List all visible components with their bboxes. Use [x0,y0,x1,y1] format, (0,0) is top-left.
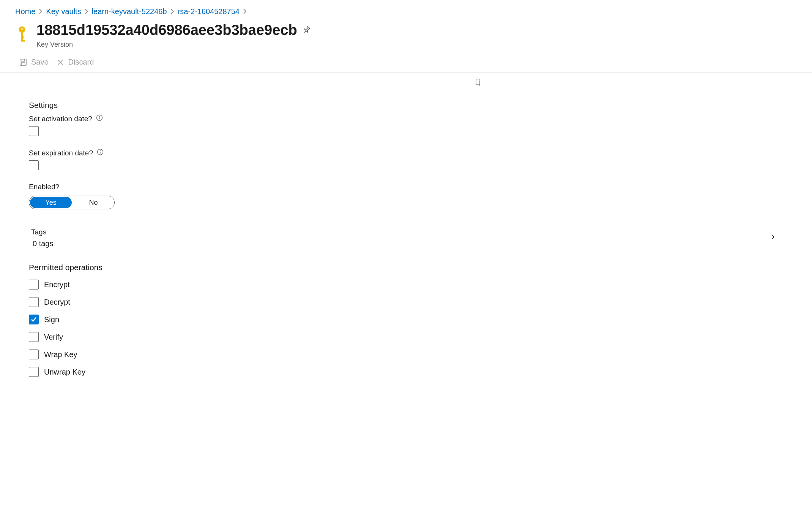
permitted-heading: Permitted operations [29,263,779,272]
chevron-right-icon [242,8,248,14]
enabled-toggle[interactable]: Yes No [29,196,115,209]
chevron-right-icon [84,8,90,14]
discard-button[interactable]: Discard [56,58,94,66]
operation-checkbox-unwrap-key[interactable] [29,367,39,377]
operation-row: Wrap Key [29,350,779,359]
operation-row: Encrypt [29,280,779,289]
settings-heading: Settings [29,101,779,110]
operation-row: Unwrap Key [29,367,779,377]
expiration-label: Set expiration date? [29,149,93,157]
enabled-no[interactable]: No [73,196,114,209]
info-icon[interactable] [97,149,104,157]
svg-point-13 [100,150,101,151]
pin-button[interactable] [303,25,311,35]
svg-rect-5 [20,59,27,65]
operation-label: Decrypt [44,298,70,307]
page-subtitle: Key Version [36,41,311,49]
operation-label: Encrypt [44,280,70,289]
operation-row: Verify [29,332,779,342]
operation-checkbox-wrap-key[interactable] [29,350,39,359]
discard-label: Discard [68,58,94,66]
breadcrumb-keyvaults[interactable]: Key vaults [46,7,81,16]
activation-checkbox[interactable] [29,126,39,136]
operation-checkbox-encrypt[interactable] [29,280,39,289]
tags-label: Tags [31,228,53,236]
expiration-checkbox[interactable] [29,160,39,170]
svg-rect-7 [476,79,480,85]
chevron-right-icon [769,234,776,242]
key-icon [15,22,29,43]
operation-label: Unwrap Key [44,368,85,376]
operation-checkbox-verify[interactable] [29,332,39,342]
operation-row: Sign [29,315,779,324]
info-icon[interactable] [96,114,103,123]
svg-rect-4 [21,36,25,38]
operation-row: Decrypt [29,297,779,307]
save-label: Save [31,58,49,66]
svg-point-10 [99,116,100,117]
page-header: 18815d19532a40d6986aee3b3bae9ecb Key Ver… [0,20,812,50]
page-title: 18815d19532a40d6986aee3b3bae9ecb [36,22,297,38]
enabled-yes[interactable]: Yes [30,197,72,208]
settings-panel: Settings Set activation date? Set expira… [0,101,812,377]
breadcrumb-resource[interactable]: learn-keyvault-52246b [92,7,167,16]
chevron-right-icon [38,8,44,14]
operation-label: Verify [44,333,63,342]
breadcrumb-key[interactable]: rsa-2-1604528754 [178,7,240,16]
svg-rect-2 [21,32,23,40]
operation-label: Wrap Key [44,350,77,359]
tags-value: 0 tags [31,239,53,248]
permitted-operations-list: EncryptDecryptSignVerifyWrap KeyUnwrap K… [29,280,779,377]
operation-checkbox-sign[interactable] [29,315,39,324]
breadcrumb: Home Key vaults learn-keyvault-52246b rs… [0,0,812,20]
svg-rect-6 [21,62,25,65]
svg-rect-3 [21,40,25,42]
operation-label: Sign [44,315,59,324]
copy-icon[interactable] [474,78,482,89]
tags-row[interactable]: Tags 0 tags [29,224,779,252]
toolbar: Save Discard [0,50,812,73]
svg-point-1 [21,28,23,30]
breadcrumb-home[interactable]: Home [15,7,35,16]
enabled-label: Enabled? [29,183,59,191]
chevron-right-icon [169,8,175,14]
activation-label: Set activation date? [29,115,92,123]
operation-checkbox-decrypt[interactable] [29,297,39,307]
save-button[interactable]: Save [19,58,49,66]
